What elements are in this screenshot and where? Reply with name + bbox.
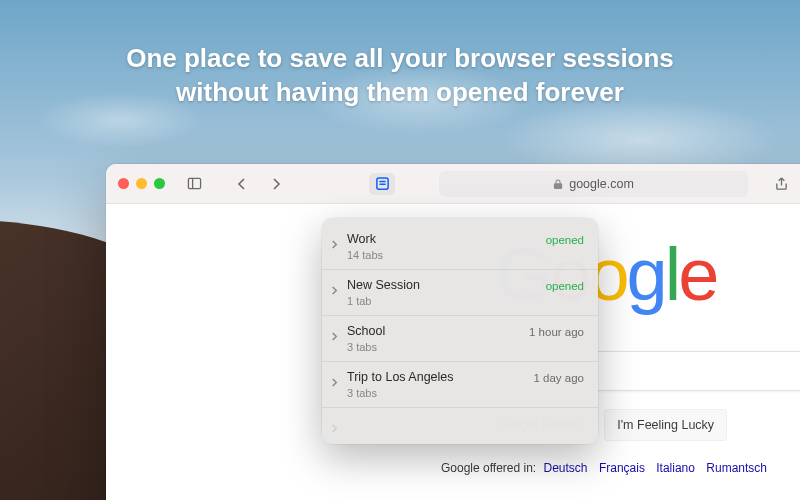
svg-rect-0 — [188, 178, 200, 188]
session-title: New Session — [347, 278, 538, 292]
headline-line2: without having them opened forever — [40, 76, 760, 110]
language-link[interactable]: Rumantsch — [706, 461, 767, 475]
session-row[interactable]: Work 14 tabs opened — [322, 224, 598, 270]
logo-letter: e — [678, 232, 716, 317]
svg-rect-4 — [379, 184, 386, 186]
address-bar[interactable]: google.com — [439, 171, 748, 197]
sessions-popover: Work 14 tabs opened New Session 1 tab op… — [322, 218, 598, 444]
sidebar-icon — [187, 176, 202, 191]
page-content: Google Google Search I'm Feeling Lucky G… — [106, 204, 800, 500]
session-tabcount: 3 tabs — [347, 341, 521, 353]
expand-chevron[interactable] — [330, 235, 339, 253]
session-tabcount: 14 tabs — [347, 249, 538, 261]
logo-letter: l — [665, 232, 678, 317]
zoom-window-button[interactable] — [154, 178, 165, 189]
minimize-window-button[interactable] — [136, 178, 147, 189]
chevron-right-icon — [270, 178, 282, 190]
expand-chevron[interactable] — [330, 281, 339, 299]
language-lead: Google offered in: — [441, 461, 536, 475]
session-row[interactable] — [322, 408, 598, 444]
address-text: google.com — [569, 177, 634, 191]
session-tabcount: 1 tab — [347, 295, 538, 307]
language-link[interactable]: Italiano — [656, 461, 695, 475]
sessions-icon — [375, 176, 390, 191]
chevron-right-icon — [330, 378, 339, 387]
back-button[interactable] — [229, 173, 255, 195]
feeling-lucky-button[interactable]: I'm Feeling Lucky — [604, 409, 727, 441]
language-link[interactable]: Deutsch — [544, 461, 588, 475]
chevron-right-icon — [330, 286, 339, 295]
chevron-right-icon — [330, 424, 339, 433]
session-row[interactable]: School 3 tabs 1 hour ago — [322, 316, 598, 362]
language-link[interactable]: Français — [599, 461, 645, 475]
google-language-row: Google offered in: Deutsch Français Ital… — [346, 461, 800, 475]
chevron-left-icon — [236, 178, 248, 190]
forward-button[interactable] — [263, 173, 289, 195]
session-row[interactable]: New Session 1 tab opened — [322, 270, 598, 316]
expand-chevron[interactable] — [330, 327, 339, 345]
sidebar-toggle-button[interactable] — [181, 173, 207, 195]
svg-rect-3 — [379, 181, 386, 183]
session-status: 1 hour ago — [529, 326, 584, 338]
marketing-headline: One place to save all your browser sessi… — [0, 42, 800, 110]
session-title: School — [347, 324, 521, 338]
window-controls — [118, 178, 165, 189]
session-title: Trip to Los Angeles — [347, 370, 525, 384]
titlebar: google.com — [106, 164, 800, 204]
sessions-extension-button[interactable] — [369, 173, 395, 195]
close-window-button[interactable] — [118, 178, 129, 189]
lock-icon — [553, 179, 563, 189]
share-icon — [774, 176, 789, 191]
chevron-right-icon — [330, 240, 339, 249]
session-status: opened — [546, 234, 584, 246]
chevron-right-icon — [330, 332, 339, 341]
headline-line1: One place to save all your browser sessi… — [40, 42, 760, 76]
expand-chevron[interactable] — [330, 373, 339, 391]
expand-chevron[interactable] — [330, 419, 339, 437]
session-status: 1 day ago — [533, 372, 584, 384]
session-row[interactable]: Trip to Los Angeles 3 tabs 1 day ago — [322, 362, 598, 408]
logo-letter: g — [627, 232, 665, 317]
session-title: Work — [347, 232, 538, 246]
share-button[interactable] — [768, 173, 794, 195]
safari-window: google.com Google — [106, 164, 800, 500]
session-status: opened — [546, 280, 584, 292]
promo-stage: One place to save all your browser sessi… — [0, 0, 800, 500]
session-tabcount: 3 tabs — [347, 387, 525, 399]
